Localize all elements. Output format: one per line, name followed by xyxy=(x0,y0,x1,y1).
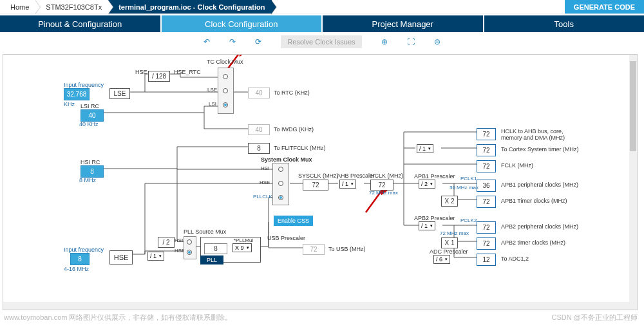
pll-div2: / 2 xyxy=(158,237,175,248)
fclk-label: FCLK (MHz) xyxy=(501,162,533,169)
sys-hse: HSE xyxy=(260,180,270,185)
hse-label-top: HSE xyxy=(135,69,147,75)
sys-radio-pll[interactable] xyxy=(278,195,283,200)
adc-sel[interactable]: / 6 xyxy=(433,255,450,264)
rtc-lsi: LSI xyxy=(209,101,216,107)
apb1-x2: X 2 xyxy=(441,196,458,207)
to-rtc: To RTC (KHz) xyxy=(274,89,310,96)
adc-label: ADC Prescaler xyxy=(430,248,468,255)
pllmul-label: *PLLMul xyxy=(234,237,253,243)
lse-block[interactable]: LSE xyxy=(109,88,130,99)
watermark-right: CSDN @不务正业的工程师 xyxy=(552,313,638,322)
breadcrumb: Home STM32F103C8Tx terminal_program.ioc … xyxy=(0,0,644,14)
crumb-file[interactable]: terminal_program.ioc - Clock Configurati… xyxy=(108,0,271,14)
crumb-home[interactable]: Home xyxy=(0,0,35,14)
apb1-timer-label: APB1 Timer clocks (MHz) xyxy=(501,198,567,204)
hsi-unit: 8 MHz xyxy=(79,177,96,183)
rtc-radio-hse[interactable] xyxy=(223,74,228,79)
main-tabs: Pinout & Configuration Clock Configurati… xyxy=(0,15,644,32)
to-adc: To ADC1,2 xyxy=(501,255,529,262)
sysclk-label: SYSCLK (MHz) xyxy=(298,172,339,179)
pll-val: 8 xyxy=(204,243,227,254)
tab-tools[interactable]: Tools xyxy=(484,15,645,32)
rtc-lse: LSE xyxy=(207,87,217,93)
apb2-sel[interactable]: / 1 xyxy=(419,221,435,230)
usb-val: 72 xyxy=(303,244,325,255)
apb1-periph-label: APB1 peripheral clocks (MHz) xyxy=(501,181,578,188)
sysclk-val[interactable]: 72 xyxy=(303,180,328,190)
svg-marker-13 xyxy=(239,54,245,55)
cortex-div[interactable]: / 1 xyxy=(417,144,433,153)
sys-mux-title: System Clock Mux xyxy=(261,156,312,163)
lsi-val: 40 xyxy=(80,109,104,122)
hse-div1[interactable]: / 1 xyxy=(147,252,164,261)
iwdg-val: 40 xyxy=(248,124,270,135)
hclk-val[interactable]: 72 xyxy=(370,180,393,190)
pllmul-sel[interactable]: X 9 xyxy=(232,243,252,252)
lsi-rc-label: LSI RC xyxy=(80,103,99,109)
clock-canvas[interactable]: Input frequency 32.768 KHz LSE LSI RC 40… xyxy=(3,54,638,310)
apb2-label: APB2 Prescaler xyxy=(414,215,455,221)
hclk-ahb-label: HCLK to AHB bus, core, memory and DMA (M… xyxy=(501,128,565,141)
lse-unit: KHz xyxy=(64,101,75,107)
ahb-label: AHB Prescaler xyxy=(337,172,375,179)
apb2-x1: X 1 xyxy=(441,237,458,248)
apb1-timer-val: 72 xyxy=(477,196,496,208)
sys-pllclk: PLLCLK xyxy=(253,194,272,200)
hse-block[interactable]: HSE xyxy=(109,250,133,265)
clock-toolbar: ↶ ↷ ⟳ Resolve Clock Issues ⊕ ⛶ ⊖ xyxy=(0,32,644,51)
sys-radio-hsi[interactable] xyxy=(278,167,283,172)
rtc-radio-lsi[interactable] xyxy=(223,102,228,107)
sys-radio-hse[interactable] xyxy=(278,181,283,186)
redo-icon[interactable]: ↷ xyxy=(229,37,236,46)
hse-range: 4-16 MHz xyxy=(64,266,89,272)
apb1-sel[interactable]: / 2 xyxy=(419,180,435,189)
lsi-unit: 40 KHz xyxy=(79,121,99,127)
undo-icon[interactable]: ↶ xyxy=(204,37,210,46)
enable-css-button[interactable]: Enable CSS xyxy=(274,216,313,226)
hclk-max: 72 MHz max xyxy=(369,190,398,196)
cortex-label: To Cortex System timer (MHz) xyxy=(501,146,579,153)
lse-input[interactable]: 32.768 xyxy=(64,88,90,100)
apb2-periph-label: APB2 peripheral clocks (MHz) xyxy=(501,223,578,230)
apb2-timer-val: 72 xyxy=(477,237,496,250)
zoom-in-icon[interactable]: ⊕ xyxy=(381,37,388,46)
rtc-radio-lse[interactable] xyxy=(223,88,228,93)
cortex-val: 72 xyxy=(477,144,496,156)
pll-radio-hse[interactable] xyxy=(187,250,192,255)
sys-hsi: HSI xyxy=(261,165,269,171)
resolve-button[interactable]: Resolve Clock Issues xyxy=(281,35,361,48)
pll-radio-hsi[interactable] xyxy=(187,239,192,245)
to-flitf: To FLITFCLK (MHz) xyxy=(274,145,326,151)
pll-src-title: PLL Source Mux xyxy=(184,228,226,235)
generate-code-button[interactable]: GENERATE CODE xyxy=(565,0,644,14)
refresh-icon[interactable]: ⟳ xyxy=(255,37,261,46)
hsi-val: 8 xyxy=(80,165,104,178)
hse-input[interactable]: 8 xyxy=(70,253,90,265)
crumb-chip[interactable]: STM32F103C8Tx xyxy=(35,0,108,14)
flitf-val: 8 xyxy=(248,143,270,154)
div128: / 128 xyxy=(148,71,170,82)
tab-clock[interactable]: Clock Configuration xyxy=(162,15,322,32)
to-usb: To USB (MHz) xyxy=(328,246,366,252)
pclk1-max: 36 MHz max xyxy=(450,185,478,190)
label-input-freq-2: Input frequency xyxy=(64,246,104,253)
adc-out: 12 xyxy=(477,254,496,266)
to-iwdg: To IWDG (KHz) xyxy=(274,126,314,133)
hclk-label: HCLK (MHz) xyxy=(370,172,403,179)
label-input-freq-1: Input frequency xyxy=(64,82,104,88)
rtc-mux-title: TC Clock Mux xyxy=(207,59,243,65)
apb1-label: APB1 Prescaler xyxy=(414,173,455,180)
pclk2: PCLK2 xyxy=(460,218,477,223)
hclk-ahb-val: 72 xyxy=(477,128,496,140)
apb2-timer-label: APB2 timer clocks (MHz) xyxy=(501,239,565,246)
ahb-sel[interactable]: / 1 xyxy=(339,180,356,189)
tab-project[interactable]: Project Manager xyxy=(323,15,483,32)
pll-hsi: HSI xyxy=(175,237,183,243)
hsi-rc-label: HSI RC xyxy=(80,159,100,165)
usb-presc-label: USB Prescaler xyxy=(267,235,305,241)
zoom-out-icon[interactable]: ⊖ xyxy=(434,37,440,46)
pll-label: PLL xyxy=(200,255,223,265)
fit-icon[interactable]: ⛶ xyxy=(407,37,415,46)
tab-pinout[interactable]: Pinout & Configuration xyxy=(0,15,160,32)
